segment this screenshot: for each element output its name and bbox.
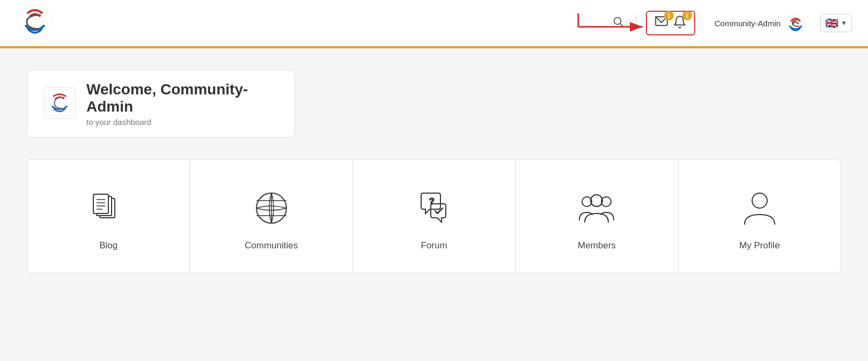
messages-button[interactable]: 1 [654,15,668,31]
welcome-subtitle: to your dashboard [86,117,278,127]
header-avatar-icon[interactable] [786,13,805,33]
svg-point-24 [752,193,767,208]
header-divider [636,15,636,31]
svg-line-2 [620,24,623,26]
my-profile-label: My Profile [739,240,780,251]
svg-point-23 [591,195,602,207]
notifications-button[interactable]: 2 [673,15,687,31]
header-username: Community-Admin [715,19,781,28]
dashboard-card-forum[interactable]: ? Forum [353,160,516,272]
header-logo[interactable] [16,3,54,43]
dashboard-card-members[interactable]: Members [516,160,678,272]
forum-label: Forum [421,240,447,251]
dashboard-card-blog[interactable]: Blog [27,160,190,272]
welcome-greeting: Welcome, [86,81,160,98]
flag-icon: 🇬🇧 [825,17,838,30]
dropdown-arrow-icon: ▼ [841,19,847,27]
welcome-text: Welcome, Community-Admin to your dashboa… [86,81,278,127]
dashboard-card-communities[interactable]: Communities [190,160,352,272]
welcome-heading: Welcome, Community-Admin [86,81,278,115]
welcome-logo [43,87,76,121]
main-header: 1 2 Community-Admin [0,0,868,48]
my-profile-icon [738,187,781,230]
communities-icon [250,187,293,230]
members-label: Members [578,240,616,251]
search-button[interactable] [610,13,626,33]
communities-label: Communities [245,240,298,251]
blog-label: Blog [99,240,117,251]
welcome-card: Welcome, Community-Admin to your dashboa… [27,70,295,138]
forum-icon: ? [413,187,455,230]
blog-icon [87,187,130,230]
members-icon [575,187,618,230]
user-section: Community-Admin [715,13,805,33]
header-actions: 1 2 Community-Admin [610,11,852,35]
dashboard-card-my-profile[interactable]: My Profile [679,160,841,272]
notifications-box: 1 2 [646,11,695,35]
svg-text:?: ? [429,197,435,206]
svg-rect-11 [93,194,108,213]
notifications-badge: 2 [682,11,692,20]
main-content: Welcome, Community-Admin to your dashboa… [0,48,868,294]
language-selector[interactable]: 🇬🇧 ▼ [820,14,852,32]
dashboard-cards: Blog Communities [27,159,841,273]
